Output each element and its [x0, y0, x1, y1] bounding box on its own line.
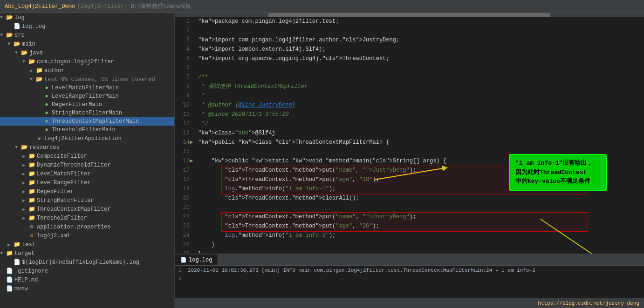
tree-icon-folder: 📂	[21, 144, 28, 151]
tree-icon-folder: 📁	[13, 241, 21, 248]
project-name: Abc_Log4j2Filter_Demo	[5, 3, 75, 10]
code-line-23: "cls">ThreadContext."method">put("age", …	[198, 221, 644, 231]
sidebar-item-Log4j2FilterApplication[interactable]: ★Log4j2FilterApplication	[0, 134, 174, 143]
sidebar-item-author[interactable]: ▶📁author	[0, 66, 174, 75]
sidebar-item-StringMatchFilter[interactable]: ▶📁StringMatchFilter	[0, 196, 174, 205]
callout-box: "i am info-1"没有输出，因为此时ThreadContext中的key…	[509, 154, 607, 191]
code-line-12: */	[198, 119, 644, 128]
line-number-5: 5	[175, 54, 190, 63]
code-line-26: }	[198, 249, 644, 254]
tree-label-target: target	[14, 250, 34, 257]
sidebar-item-CompositeFilter[interactable]: ▶📁CompositeFilter	[0, 152, 174, 161]
tree-icon-folder: 📂	[13, 40, 21, 47]
code-line-25: }	[198, 240, 644, 249]
tree-label-LevelRangeFilter: LevelRangeFilter	[37, 180, 90, 186]
sidebar-item-resources[interactable]: ▼📂resources	[0, 143, 174, 152]
sidebar-item-LevelRangeFilterMain[interactable]: ●LevelRangeFilterMain	[0, 92, 174, 100]
line-number-2: 2	[175, 26, 190, 35]
tree-icon-file: 📄	[6, 285, 13, 292]
tree-arrow-icon: ▶	[22, 207, 28, 212]
tree-arrow-icon: ▶	[22, 189, 28, 194]
code-line-2	[198, 26, 644, 35]
bottom-tab-log[interactable]: 📄log.log	[175, 254, 218, 265]
line-number-6: 6	[175, 63, 190, 73]
status-url: https://blog.csdn.net/justry_deng	[538, 301, 639, 306]
sidebar-item-ThreadContextMapFilter[interactable]: ▶📁ThreadContextMapFilter	[0, 205, 174, 214]
tree-label-ThresholdFilterMain: ThresholdFilterMain	[52, 127, 116, 133]
tree-icon-folder-target: 📁	[6, 250, 13, 257]
tree-label-HELP.md: HELP.md	[14, 277, 38, 283]
sidebar-item-.gitignore[interactable]: 📄.gitignore	[0, 267, 174, 275]
sidebar-item-LevelMatchFilterMain[interactable]: ●LevelMatchFilterMain	[0, 84, 174, 92]
sidebar-item-target[interactable]: ▼📁target	[0, 249, 174, 258]
code-line-11: * @since 2020/11/1 3:55:20	[198, 110, 644, 119]
sidebar-item-RegexFilterMain[interactable]: ●RegexFilterMain	[0, 100, 174, 109]
sidebar-item-main[interactable]: ▼📂main	[0, 40, 174, 48]
tree-arrow-icon: ▼	[0, 251, 6, 256]
sidebar-item-ThresholdFilter[interactable]: ▶📁ThresholdFilter	[0, 214, 174, 222]
sidebar-item-logFileName[interactable]: 📄${logDir}${noSuffixLogFileName}.log	[0, 258, 174, 267]
sidebar-item-LevelMatchFilter[interactable]: ▶📁LevelMatchFilter	[0, 169, 174, 178]
status-bar: https://blog.csdn.net/justry_deng	[175, 298, 644, 308]
tree-label-DynamicThresholdFilter: DynamicThresholdFilter	[37, 162, 110, 168]
log-line-2: 2	[178, 275, 640, 283]
sidebar-item-ThresholdFilterMain[interactable]: ●ThresholdFilterMain	[0, 126, 174, 134]
tree-label-ThreadContextMapFilterMain: ThreadContextMapFilterMain	[52, 118, 139, 125]
sidebar-item-HELP.md[interactable]: 📄HELP.md	[0, 275, 174, 284]
tree-icon-folder: 📁	[28, 206, 35, 213]
tree-icon-file: 📄	[6, 276, 13, 283]
code-line-22: "cls">ThreadContext."method">put("name",…	[198, 212, 644, 221]
code-line-8: * 测试使用 ThreadContextMapFilter	[198, 82, 644, 91]
tree-icon-java-green: ●	[43, 110, 50, 116]
tree-label-author: author	[44, 67, 64, 74]
sidebar-item-com.pingan.log4j2filter[interactable]: ▼📂com.pingan.log4j2filter	[0, 57, 174, 66]
sidebar-item-test[interactable]: ▼📂test 0% classes, 0% lines covered	[0, 75, 174, 84]
sidebar-item-DynamicThresholdFilter[interactable]: ▶📁DynamicThresholdFilter	[0, 161, 174, 169]
sidebar-item-mvnw[interactable]: 📄mvnw	[0, 284, 174, 293]
code-line-7: /**	[198, 73, 644, 82]
tree-icon-folder: 📁	[28, 179, 35, 186]
line-number-19: 19	[175, 184, 190, 194]
sidebar-item-log.log[interactable]: 📄log.log	[0, 22, 174, 31]
tree-arrow-icon: ▼	[7, 41, 13, 47]
tree-icon-folder: 📁	[28, 170, 35, 177]
tree-icon-java-green: ●	[43, 101, 50, 108]
tree-label-logFileName: ${logDir}${noSuffixLogFileName}.log	[22, 259, 139, 266]
tree-icon-properties: ⚙	[28, 223, 35, 230]
sidebar-item-application.properties[interactable]: ⚙application.properties	[0, 222, 174, 231]
tree-icon-folder: 📂	[21, 49, 28, 56]
project-path: D:\资料整理\demo模板	[130, 2, 191, 10]
tree-icon-folder: 📂	[35, 76, 43, 83]
code-line-14: ▶"kw">public "kw">class "cls">ThreadCont…	[198, 138, 644, 147]
code-line-9: *	[198, 91, 644, 100]
line-number-16: 16	[175, 156, 190, 166]
sidebar-item-RegexFilter[interactable]: ▶📁RegexFilter	[0, 187, 174, 196]
sidebar-item-test_folder[interactable]: ▶📁test	[0, 240, 174, 249]
tree-arrow-icon: ▶	[22, 215, 28, 221]
tree-label-StringMatchFilter: StringMatchFilter	[37, 197, 94, 204]
code-line-24: log."method">info("i am info-2");	[198, 231, 644, 240]
code-editor[interactable]: 1234567891011121314151617181920212223242…	[175, 17, 644, 254]
sidebar-item-log[interactable]: ▼📂log	[0, 13, 174, 22]
tree-label-RegexFilter: RegexFilter	[37, 188, 74, 195]
tree-arrow-icon: ▶	[7, 242, 13, 248]
sidebar-item-LevelRangeFilter[interactable]: ▶📁LevelRangeFilter	[0, 178, 174, 187]
sidebar-item-java[interactable]: ▼📂java	[0, 48, 174, 57]
sidebar-item-StringMatchFilterMain[interactable]: ●StringMatchFilterMain	[0, 109, 174, 117]
tree-icon-java-green: ●	[43, 127, 50, 133]
tree-label-test_folder: test	[22, 241, 35, 248]
line-number-1: 1	[175, 17, 190, 26]
sidebar-item-src[interactable]: ▼📂src	[0, 31, 174, 40]
sidebar-item-ThreadContextMapFilterMain[interactable]: ●ThreadContextMapFilterMain	[0, 117, 174, 126]
tree-icon-java-green: ●	[43, 93, 50, 100]
tree-icon-log: 📄	[13, 259, 21, 266]
code-line-21	[198, 203, 644, 212]
line-numbers: 1234567891011121314151617181920212223242…	[175, 17, 193, 254]
tree-label-log.log: log.log	[22, 23, 45, 30]
tree-icon-file: 📄	[6, 268, 13, 275]
sidebar-item-log4j2.xml[interactable]: ⚙log4j2.xml	[0, 231, 174, 240]
tree-arrow-icon: ▼	[15, 145, 21, 150]
tree-label-java: java	[29, 50, 43, 56]
line-number-4: 4	[175, 45, 190, 54]
tree-label-src: src	[14, 32, 25, 39]
